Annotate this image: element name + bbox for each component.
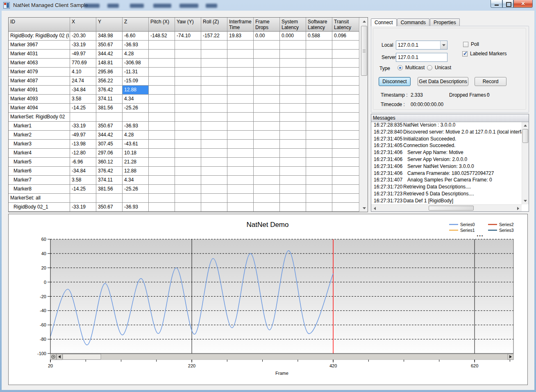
grid-cell[interactable]: 297.06 <box>96 149 123 158</box>
redacted-menu-item[interactable] <box>84 4 100 8</box>
grid-cell[interactable] <box>332 131 359 140</box>
grid-cell[interactable] <box>201 122 227 131</box>
grid-cell[interactable] <box>306 131 332 140</box>
grid-cell[interactable] <box>332 95 359 104</box>
grid-cell[interactable] <box>201 140 227 149</box>
grid-cell[interactable]: 356.22 <box>96 77 123 86</box>
grid-cell[interactable]: -25.26 <box>123 185 149 194</box>
column-header-transit[interactable]: Transit Latency <box>332 18 359 32</box>
grid-cell[interactable] <box>149 185 175 194</box>
grid-cell[interactable]: -12.80 <box>70 149 96 158</box>
grid-cell[interactable]: 374.11 <box>96 176 123 185</box>
grid-cell[interactable] <box>306 95 332 104</box>
grid-cell[interactable] <box>306 149 332 158</box>
grid-cell[interactable] <box>201 149 227 158</box>
grid-cell[interactable]: -14.25 <box>70 104 96 113</box>
redacted-menu-item[interactable] <box>130 4 144 8</box>
grid-cell[interactable] <box>280 122 306 131</box>
grid-cell[interactable]: 24.74 <box>70 77 96 86</box>
grid-cell[interactable]: -157.22 <box>201 32 227 41</box>
grid-cell[interactable] <box>306 68 332 77</box>
grid-cell[interactable] <box>227 95 254 104</box>
grid-cell[interactable] <box>306 77 332 86</box>
grid-cell[interactable] <box>227 50 254 59</box>
grid-cell[interactable] <box>201 167 227 176</box>
column-header-interframe[interactable]: Interframe Time <box>227 18 254 32</box>
grid-cell[interactable]: Marker 4079 <box>9 68 70 77</box>
grid-cell[interactable]: 4.28 <box>123 131 149 140</box>
legend-label-series1[interactable]: Series1 <box>460 228 475 233</box>
messages-horizontal-scrollbar[interactable] <box>371 204 522 211</box>
grid-cell[interactable] <box>175 95 201 104</box>
grid-cell[interactable] <box>175 113 201 122</box>
grid-cell[interactable] <box>227 176 254 185</box>
messages-scrollbar-thumb[interactable] <box>522 129 528 143</box>
grid-cell[interactable]: Marker 4091 <box>9 86 70 95</box>
grid-cell[interactable] <box>280 104 306 113</box>
grid-cell[interactable] <box>254 50 280 59</box>
grid-cell[interactable] <box>175 59 201 68</box>
grid-cell[interactable] <box>227 158 254 167</box>
grid-cell[interactable]: -36.93 <box>123 41 149 50</box>
grid-cell[interactable] <box>306 50 332 59</box>
grid-cell[interactable] <box>201 68 227 77</box>
grid-cell[interactable] <box>332 50 359 59</box>
grid-cell[interactable]: -6.60 <box>123 32 149 41</box>
scroll-up-icon[interactable] <box>522 122 528 129</box>
legend-label-series2[interactable]: Series2 <box>499 222 514 227</box>
chevron-down-icon[interactable] <box>440 41 447 49</box>
redacted-menu-item[interactable] <box>153 4 171 8</box>
grid-cell[interactable] <box>175 41 201 50</box>
grid-cell[interactable] <box>201 86 227 95</box>
grid-cell[interactable]: Marker1 <box>9 122 70 131</box>
grid-cell[interactable] <box>227 122 254 131</box>
grid-cell[interactable] <box>175 176 201 185</box>
message-row[interactable]: 16:27:28:835NatNet Version : 3.0.0.0 <box>371 122 522 129</box>
grid-cell[interactable]: 10.18 <box>123 149 149 158</box>
grid-cell[interactable] <box>123 194 149 203</box>
grid-cell[interactable] <box>280 185 306 194</box>
grid-cell[interactable] <box>280 140 306 149</box>
grid-cell[interactable] <box>149 113 175 122</box>
grid-cell[interactable]: Marker 4093 <box>9 95 70 104</box>
grid-cell[interactable]: MarkerSet: RigidBody 02 <box>9 113 70 122</box>
message-row[interactable]: 16:27:31:407Analog Samples Per Camera Fr… <box>371 177 522 184</box>
grid-cell[interactable] <box>254 158 280 167</box>
grid-cell[interactable]: -306.98 <box>123 59 149 68</box>
grid-cell[interactable] <box>227 104 254 113</box>
grid-cell[interactable]: RigidBody 02_1 <box>9 203 70 212</box>
grid-cell[interactable] <box>306 41 332 50</box>
grid-cell[interactable]: -43.61 <box>123 140 149 149</box>
grid-cell[interactable] <box>149 140 175 149</box>
grid-cell[interactable]: 0.000 <box>280 32 306 41</box>
message-row[interactable]: 16:27:31:723Retrieved 5 Data Description… <box>371 191 522 198</box>
grid-cell[interactable] <box>280 194 306 203</box>
column-header-y[interactable]: Y <box>96 18 123 32</box>
server-address-field[interactable] <box>396 53 447 62</box>
grid-cell[interactable] <box>280 77 306 86</box>
grid-cell[interactable] <box>175 167 201 176</box>
grid-cell[interactable] <box>332 77 359 86</box>
grid-cell[interactable] <box>201 95 227 104</box>
grid-cell[interactable]: Marker 4063 <box>9 59 70 68</box>
message-row[interactable]: 16:27:31:406Server NatNet Version: 3.0.0… <box>371 163 522 170</box>
grid-cell[interactable]: -49.97 <box>70 50 96 59</box>
grid-cell[interactable] <box>175 122 201 131</box>
grid-cell[interactable]: 4.10 <box>70 68 96 77</box>
grid-cell[interactable]: -49.97 <box>70 131 96 140</box>
grid-cell[interactable] <box>254 95 280 104</box>
grid-cell[interactable] <box>201 185 227 194</box>
grid-cell[interactable] <box>201 203 227 212</box>
message-row[interactable]: 16:27:31:723Data Def 1 [RigidBody] <box>371 198 522 204</box>
grid-cell[interactable] <box>306 176 332 185</box>
grid-cell[interactable] <box>175 86 201 95</box>
grid-cell[interactable] <box>227 41 254 50</box>
grid-vertical-scrollbar[interactable] <box>360 18 368 212</box>
grid-cell[interactable] <box>306 113 332 122</box>
grid-cell[interactable] <box>254 176 280 185</box>
local-address-combobox[interactable]: 127.0.0.1 <box>396 41 447 50</box>
grid-cell[interactable] <box>332 86 359 95</box>
grid-cell[interactable] <box>70 113 96 122</box>
grid-cell[interactable] <box>175 68 201 77</box>
grid-cell[interactable]: 381.56 <box>96 104 123 113</box>
